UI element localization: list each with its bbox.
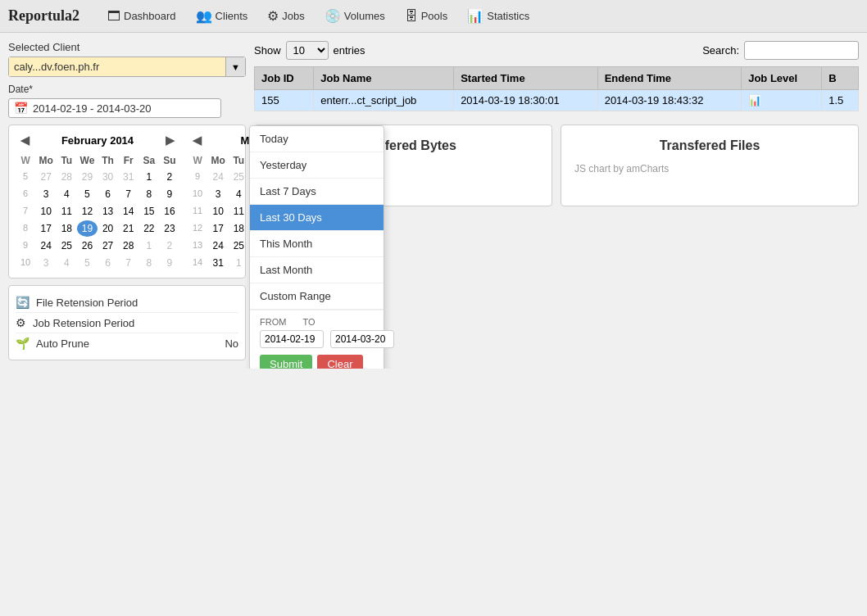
table-row[interactable]: 155enterr...ct_script_job2014-03-19 18:3… — [255, 90, 859, 111]
calendar-day[interactable]: 23 — [160, 220, 179, 237]
calendar-day[interactable]: 1 — [139, 169, 159, 185]
calendar-day[interactable]: 4 — [229, 186, 248, 202]
calendar-day[interactable]: 10 — [208, 203, 228, 220]
day-col-header: Fr — [119, 153, 138, 168]
calendar-day[interactable]: 28 — [57, 169, 76, 185]
calendar-day[interactable]: 24 — [208, 238, 228, 254]
calendar-day[interactable]: 6 — [98, 186, 118, 202]
nav-clients-label: Clients — [216, 10, 248, 22]
info-label: Auto Prune — [36, 337, 225, 350]
calendar-day[interactable]: 22 — [139, 220, 159, 237]
calendar-day[interactable]: 8 — [139, 255, 159, 271]
client-select-input[interactable] — [9, 57, 225, 76]
calendar-day[interactable]: 1 — [229, 255, 248, 271]
calendar-day[interactable]: 16 — [160, 203, 179, 220]
dropdown-option-lastmonth[interactable]: Last Month — [250, 257, 384, 283]
clear-button[interactable]: Clear — [317, 355, 362, 369]
calendar-day[interactable]: 17 — [36, 220, 56, 237]
calendar-day[interactable]: 17 — [208, 220, 228, 237]
dropdown-option-today[interactable]: Today — [250, 126, 384, 152]
calendar-day[interactable]: 3 — [208, 186, 228, 202]
entries-select[interactable]: 10 25 50 100 — [286, 41, 329, 60]
calendar-day[interactable]: 24 — [36, 238, 56, 254]
calendar-day[interactable]: 25 — [57, 238, 76, 254]
feb-next-btn[interactable]: ▶ — [161, 132, 179, 148]
calendar-day[interactable]: 3 — [36, 186, 56, 202]
feb-prev-btn[interactable]: ◀ — [16, 132, 34, 148]
dropdown-option-last30days[interactable]: Last 30 Days — [250, 205, 384, 231]
calendar-day[interactable]: 5 — [77, 186, 97, 202]
calendar-day[interactable]: 7 — [119, 255, 138, 271]
calendar-day[interactable]: 4 — [57, 186, 76, 202]
search-input[interactable] — [744, 41, 859, 60]
info-icon: ⚙ — [16, 316, 26, 329]
nav-pools[interactable]: 🗄 Pools — [397, 6, 456, 27]
dropdown-panel: TodayYesterdayLast 7 DaysLast 30 DaysThi… — [249, 125, 384, 369]
calendar-day[interactable]: 31 — [208, 255, 228, 271]
calendar-day[interactable]: 4 — [57, 255, 76, 271]
week-col-header: W — [188, 153, 207, 168]
calendar-day[interactable]: 27 — [98, 238, 118, 254]
info-row: 🔄 File Retension Period — [16, 292, 238, 313]
to-input[interactable] — [330, 330, 394, 348]
calendar-day[interactable]: 28 — [119, 238, 138, 254]
feb-cal-header: ◀ February 2014 ▶ — [16, 132, 179, 148]
info-row: ⚙ Job Retension Period — [16, 313, 238, 333]
calendar-day[interactable]: 13 — [98, 203, 118, 220]
calendar-day[interactable]: 12 — [77, 203, 97, 220]
volumes-icon: 💿 — [325, 8, 341, 24]
dropdown-option-yesterday[interactable]: Yesterday — [250, 152, 384, 179]
calendar-day[interactable]: 15 — [139, 203, 159, 220]
week-number: 7 — [16, 203, 35, 220]
calendar-day[interactable]: 18 — [229, 220, 248, 237]
calendar-day[interactable]: 26 — [77, 238, 97, 254]
dropdown-option-customrange[interactable]: Custom Range — [250, 283, 384, 310]
nav-statistics[interactable]: 📊 Statistics — [459, 5, 538, 27]
calendar-day[interactable]: 27 — [36, 169, 56, 185]
client-dropdown-btn[interactable]: ▼ — [225, 57, 245, 76]
week-number: 14 — [188, 255, 207, 271]
calendar-day[interactable]: 29 — [77, 169, 97, 185]
calendar-day[interactable]: 2 — [160, 238, 179, 254]
calendar-day[interactable]: 11 — [57, 203, 76, 220]
calendar-day[interactable]: 25 — [229, 238, 248, 254]
day-col-header: Mo — [208, 153, 228, 168]
calendar-day[interactable]: 3 — [36, 255, 56, 271]
calendar-day[interactable]: 31 — [119, 169, 138, 185]
calendar-day[interactable]: 2 — [160, 169, 179, 185]
nav-dashboard[interactable]: 🗖 Dashboard — [99, 6, 184, 27]
day-col-header: Tu — [229, 153, 248, 168]
calendar-day[interactable]: 19 — [77, 220, 97, 237]
calendar-day[interactable]: 6 — [98, 255, 118, 271]
calendar-day[interactable]: 5 — [77, 255, 97, 271]
week-number: 11 — [188, 203, 207, 220]
calendar-day[interactable]: 9 — [160, 255, 179, 271]
calendar-day[interactable]: 30 — [98, 169, 118, 185]
nav-jobs-label: Jobs — [282, 10, 304, 22]
week-number: 5 — [16, 169, 35, 185]
calendar-day[interactable]: 11 — [229, 203, 248, 220]
submit-button[interactable]: Submit — [260, 355, 312, 369]
from-input[interactable] — [260, 330, 324, 348]
calendar-day[interactable]: 20 — [98, 220, 118, 237]
calendar-day[interactable]: 24 — [208, 169, 228, 185]
calendar-day[interactable]: 9 — [160, 186, 179, 202]
show-entries: Show 10 25 50 100 entries — [254, 41, 365, 60]
week-number: 12 — [188, 220, 207, 237]
nav-volumes[interactable]: 💿 Volumes — [316, 5, 393, 27]
calendar-day[interactable]: 21 — [119, 220, 138, 237]
nav-clients[interactable]: 👥 Clients — [188, 5, 256, 27]
calendar-day[interactable]: 1 — [139, 238, 159, 254]
dropdown-option-thismonth[interactable]: This Month — [250, 231, 384, 257]
calendar-icon[interactable]: 📅 — [14, 102, 28, 115]
calendar-day[interactable]: 18 — [57, 220, 76, 237]
dropdown-option-last7days[interactable]: Last 7 Days — [250, 179, 384, 205]
calendar-day[interactable]: 14 — [119, 203, 138, 220]
calendar-day[interactable]: 10 — [36, 203, 56, 220]
nav-jobs[interactable]: ⚙ Jobs — [259, 5, 312, 27]
calendar-day[interactable]: 8 — [139, 186, 159, 202]
calendar-day[interactable]: 7 — [119, 186, 138, 202]
table-cell: 1.5 — [822, 90, 859, 111]
calendar-day[interactable]: 25 — [229, 169, 248, 185]
mar-prev-btn[interactable]: ◀ — [188, 132, 207, 148]
